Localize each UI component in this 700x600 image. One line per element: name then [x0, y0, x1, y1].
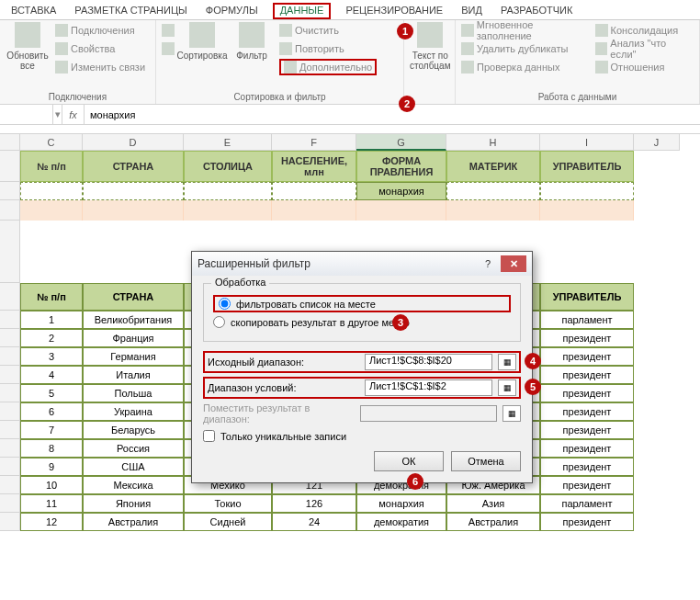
- tab-formulas[interactable]: ФОРМУЛЫ: [202, 3, 262, 19]
- cell-country[interactable]: Мексика: [83, 476, 184, 494]
- cell-cont[interactable]: Австралия: [446, 513, 540, 531]
- table-row[interactable]: 12АвстралияСидней24демократияАвстралияпр…: [0, 513, 700, 531]
- cell-n[interactable]: 5: [20, 384, 83, 402]
- src-range-input[interactable]: Лист1!$C$8:$I$20: [365, 354, 492, 370]
- tab-data[interactable]: ДАННЫЕ: [273, 3, 332, 19]
- cell-country[interactable]: Германия: [83, 347, 184, 366]
- name-box[interactable]: [0, 105, 53, 124]
- criteria-cell[interactable]: [540, 182, 634, 200]
- ok-button[interactable]: ОК: [374, 451, 444, 471]
- criteria-cell[interactable]: [446, 182, 540, 200]
- cell-n[interactable]: 1: [20, 311, 83, 329]
- refresh-all-button[interactable]: Обновить все: [6, 22, 50, 71]
- col-E[interactable]: E: [184, 134, 272, 151]
- col-C[interactable]: C: [20, 134, 83, 151]
- cell-n[interactable]: 12: [20, 513, 83, 531]
- connections-item[interactable]: Подключения: [55, 22, 145, 39]
- cell-n[interactable]: 2: [20, 329, 83, 347]
- name-dropdown[interactable]: ▾: [53, 105, 62, 124]
- cell-gov[interactable]: президент: [540, 402, 634, 421]
- table-row[interactable]: 11ЯпонияТокио126монархияАзияпарламент: [0, 494, 700, 513]
- formula-input[interactable]: монархия: [85, 105, 700, 124]
- fx-button[interactable]: fx: [62, 105, 85, 124]
- criteria-cell[interactable]: [184, 182, 272, 200]
- reapply-filter[interactable]: Повторить: [279, 40, 377, 57]
- radio-filter-in-place[interactable]: [219, 298, 231, 310]
- criteria-cell[interactable]: [83, 182, 184, 200]
- src-range-picker[interactable]: ▦: [498, 354, 516, 370]
- cell-country[interactable]: Польша: [83, 384, 184, 402]
- edit-links-item[interactable]: Изменить связи: [55, 59, 145, 75]
- cell-gov[interactable]: президент: [540, 513, 634, 531]
- col-I[interactable]: I: [540, 134, 634, 151]
- cell-n[interactable]: 10: [20, 476, 83, 494]
- cell-form[interactable]: демократия: [356, 513, 446, 531]
- sort-button[interactable]: Сортировка: [180, 22, 224, 61]
- cell-country[interactable]: Италия: [83, 366, 184, 384]
- tab-pagelayout[interactable]: РАЗМЕТКА СТРАНИЦЫ: [71, 3, 190, 19]
- cell-n[interactable]: 8: [20, 439, 83, 458]
- cell-gov[interactable]: президент: [540, 329, 634, 347]
- remove-duplicates[interactable]: Удалить дубликаты: [461, 40, 590, 57]
- radio-copy-elsewhere[interactable]: [213, 316, 225, 328]
- col-D[interactable]: D: [83, 134, 184, 151]
- criteria-cell[interactable]: [272, 182, 356, 200]
- col-J[interactable]: J: [634, 134, 680, 151]
- cell-country[interactable]: Украина: [83, 402, 184, 421]
- criteria-cell-value[interactable]: монархия: [356, 182, 446, 200]
- cell-pop[interactable]: 126: [272, 494, 356, 513]
- cell-country[interactable]: Австралия: [83, 513, 184, 531]
- clear-filter[interactable]: Очистить: [279, 22, 377, 39]
- col-F[interactable]: F: [272, 134, 356, 151]
- data-validation[interactable]: Проверка данных: [461, 59, 590, 75]
- cell-country[interactable]: США: [83, 458, 184, 476]
- flash-fill[interactable]: Мгновенное заполнение: [461, 22, 590, 39]
- col-G[interactable]: G: [356, 134, 446, 151]
- cell-gov[interactable]: президент: [540, 384, 634, 402]
- tab-insert[interactable]: ВСТАВКА: [7, 3, 60, 19]
- dest-range-picker[interactable]: ▦: [502, 405, 521, 422]
- cell-n[interactable]: 11: [20, 494, 83, 513]
- relations[interactable]: Отношения: [595, 59, 694, 75]
- cell-capital[interactable]: Токио: [184, 494, 272, 513]
- cell-gov[interactable]: парламент: [540, 311, 634, 329]
- cell-capital[interactable]: Сидней: [184, 513, 272, 531]
- cell-n[interactable]: 4: [20, 366, 83, 384]
- advanced-filter[interactable]: Дополнительно: [279, 59, 377, 75]
- criteria-range-input[interactable]: Лист1!$C$1:$I$2: [365, 379, 492, 396]
- consolidate[interactable]: Консолидация: [595, 22, 694, 39]
- sort-az[interactable]: [162, 22, 175, 39]
- dialog-help-button[interactable]: ?: [475, 255, 501, 272]
- cell-cont[interactable]: Азия: [446, 494, 540, 513]
- cell-n[interactable]: 6: [20, 402, 83, 421]
- cell-country[interactable]: Беларусь: [83, 421, 184, 439]
- cell-country[interactable]: Россия: [83, 439, 184, 458]
- cell-gov[interactable]: президент: [540, 439, 634, 458]
- sort-za[interactable]: [162, 40, 175, 57]
- cell-n[interactable]: 3: [20, 347, 83, 366]
- cell-country[interactable]: Великобритания: [83, 311, 184, 329]
- cell-n[interactable]: 7: [20, 421, 83, 439]
- cell-n[interactable]: 9: [20, 458, 83, 476]
- cell-country[interactable]: Франция: [83, 329, 184, 347]
- cell-form[interactable]: монархия: [356, 494, 446, 513]
- cell-gov[interactable]: президент: [540, 476, 634, 494]
- cell-country[interactable]: Япония: [83, 494, 184, 513]
- cancel-button[interactable]: Отмена: [451, 451, 521, 471]
- cell-gov[interactable]: президент: [540, 347, 634, 366]
- dialog-close-button[interactable]: ✕: [501, 255, 526, 272]
- what-if[interactable]: Анализ "что если": [595, 40, 694, 57]
- criteria-range-picker[interactable]: ▦: [498, 379, 516, 396]
- criteria-cell[interactable]: [20, 182, 83, 200]
- text-to-columns-button[interactable]: Текст по столбцам: [410, 22, 451, 71]
- cell-gov[interactable]: президент: [540, 421, 634, 439]
- unique-records-checkbox[interactable]: [203, 430, 215, 442]
- cell-gov[interactable]: парламент: [540, 494, 634, 513]
- cell-gov[interactable]: президент: [540, 458, 634, 476]
- cell-pop[interactable]: 24: [272, 513, 356, 531]
- col-H[interactable]: H: [446, 134, 540, 151]
- tab-review[interactable]: РЕЦЕНЗИРОВАНИЕ: [342, 3, 446, 19]
- properties-item[interactable]: Свойства: [55, 40, 145, 57]
- filter-button[interactable]: Фильтр: [230, 22, 274, 61]
- tab-developer[interactable]: РАЗРАБОТЧИК: [497, 3, 576, 19]
